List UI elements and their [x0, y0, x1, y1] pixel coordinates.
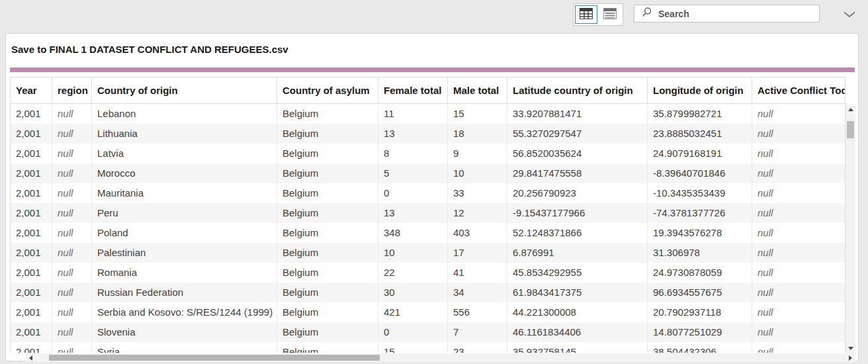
scroll-right-icon[interactable]: [846, 353, 855, 362]
table-cell: Lithuania: [92, 124, 277, 144]
table-cell: null: [52, 342, 92, 353]
table-body: 2,001nullLebanonBelgium111533.9207881471…: [11, 104, 845, 353]
table-cell: null: [52, 124, 92, 144]
horizontal-scrollbar[interactable]: [26, 353, 855, 362]
column-header[interactable]: region: [52, 77, 92, 103]
table-cell: 35.932758145: [507, 342, 648, 353]
table-cell: null: [752, 322, 845, 342]
column-header[interactable]: Country of origin: [92, 77, 277, 103]
table-cell: -8.39640701846: [648, 163, 752, 183]
table-cell: null: [52, 243, 92, 263]
scroll-left-icon[interactable]: [26, 353, 36, 362]
table-cell: 29.8417475558: [507, 163, 648, 183]
table-cell: -9.15437177966: [507, 203, 648, 223]
column-header[interactable]: Latitude country of origin: [507, 77, 648, 103]
table-cell: null: [52, 263, 92, 283]
table-cell: Poland: [92, 223, 277, 243]
table-cell: null: [52, 183, 92, 203]
table-cell: Belgium: [277, 183, 378, 203]
table-row[interactable]: 2,001nullLithuaniaBelgium131855.32702975…: [11, 124, 845, 144]
table-cell: Belgium: [277, 203, 378, 223]
table-cell: 8: [378, 144, 448, 163]
table-row[interactable]: 2,001nullSerbia and Kosovo: S/RES/1244 (…: [11, 302, 845, 322]
table-cell: Belgium: [277, 322, 378, 342]
table-row[interactable]: 2,001nullRussian FederationBelgium303461…: [11, 283, 845, 302]
table-cell: Belgium: [277, 163, 378, 183]
table-cell: Belgium: [277, 124, 378, 144]
list-view-button[interactable]: [599, 5, 621, 24]
dataset-preview-card: Save to FINAL 1 DATASET CONFLICT AND REF…: [5, 33, 859, 361]
table-row[interactable]: 2,001nullMoroccoBelgium51029.8417475558-…: [11, 163, 845, 183]
table-cell: -10.3435353439: [648, 183, 752, 203]
table-row[interactable]: 2,001nullPalestinianBelgium10176.8769913…: [11, 243, 845, 263]
table-row[interactable]: 2,001nullSloveniaBelgium0746.11618344061…: [11, 322, 845, 342]
grid-view-button[interactable]: [575, 5, 597, 24]
table-cell: null: [52, 302, 92, 322]
table-row[interactable]: 2,001nullLebanonBelgium111533.9207881471…: [11, 104, 845, 124]
table-row[interactable]: 2,001nullPolandBelgium34840352.124837186…: [11, 223, 845, 243]
table-cell: 2,001: [11, 263, 52, 283]
table-cell: 2,001: [11, 283, 52, 302]
table-cell: 56.8520035624: [507, 144, 648, 163]
view-toggle-group: [573, 3, 623, 26]
table-cell: 31.306978: [648, 243, 752, 263]
data-table: YearregionCountry of originCountry of as…: [10, 77, 846, 353]
table-cell: null: [752, 223, 845, 243]
table-cell: 0: [378, 322, 448, 342]
table-cell: 30: [378, 283, 448, 302]
search-icon: [641, 7, 652, 21]
table-cell: null: [52, 163, 92, 183]
column-header[interactable]: Active Conflict Today: [752, 77, 845, 103]
table-cell: 403: [448, 223, 507, 243]
table-cell: null: [752, 144, 845, 163]
table-cell: Belgium: [277, 263, 378, 283]
scroll-up-icon[interactable]: [846, 105, 855, 114]
table-cell: 2,001: [11, 243, 52, 263]
table-row[interactable]: 2,001nullMauritaniaBelgium03320.25679092…: [11, 183, 845, 203]
top-toolbar: [0, 0, 868, 33]
table-cell: 2,001: [11, 342, 52, 353]
table-cell: null: [52, 322, 92, 342]
table-cell: 35.8799982721: [648, 104, 752, 124]
table-cell: Serbia and Kosovo: S/RES/1244 (1999): [92, 302, 277, 322]
horizontal-scroll-thumb[interactable]: [49, 355, 380, 361]
table-cell: Peru: [92, 203, 277, 223]
table-cell: 2,001: [11, 124, 52, 144]
table-cell: 5: [378, 163, 448, 183]
list-view-icon: [603, 8, 617, 22]
table-cell: 11: [378, 104, 448, 124]
table-cell: null: [752, 203, 845, 223]
table-row[interactable]: 2,001nullSyriaBelgium152335.93275814538.…: [11, 342, 845, 353]
chevron-down-icon[interactable]: [840, 7, 859, 23]
column-header[interactable]: Country of asylum: [277, 77, 378, 103]
column-header[interactable]: Male total: [448, 77, 507, 103]
table-cell: 23: [448, 342, 507, 353]
table-cell: Palestinian: [92, 243, 277, 263]
table-cell: Belgium: [277, 342, 378, 353]
dataset-title: Save to FINAL 1 DATASET CONFLICT AND REF…: [11, 44, 288, 55]
table-cell: Belgium: [277, 243, 378, 263]
table-cell: null: [752, 283, 845, 302]
vertical-scroll-thumb[interactable]: [847, 121, 854, 138]
scroll-down-icon[interactable]: [846, 343, 855, 353]
table-cell: 52.1248371866: [507, 223, 648, 243]
column-header[interactable]: Longitude of origin: [648, 77, 752, 103]
table-cell: Belgium: [277, 144, 378, 163]
table-cell: 46.1161834406: [507, 322, 648, 342]
table-cell: 19.3943576278: [648, 223, 752, 243]
table-cell: 15: [378, 342, 448, 353]
accent-bar: [10, 68, 855, 72]
table-cell: 34: [448, 283, 507, 302]
table-cell: 2,001: [11, 104, 52, 124]
table-row[interactable]: 2,001nullLatviaBelgium8956.852003562424.…: [11, 144, 845, 163]
column-header[interactable]: Year: [11, 77, 52, 103]
column-header[interactable]: Female total: [378, 77, 448, 103]
table-row[interactable]: 2,001nullRomaniaBelgium224145.8534292955…: [11, 263, 845, 283]
table-cell: -74.3781377726: [648, 203, 752, 223]
table-row[interactable]: 2,001nullPeruBelgium1312-9.15437177966-7…: [11, 203, 845, 223]
table-cell: 22: [378, 263, 448, 283]
table-cell: Latvia: [92, 144, 277, 163]
search-input[interactable]: [658, 5, 819, 22]
table-cell: null: [752, 263, 845, 283]
vertical-scrollbar[interactable]: [846, 105, 855, 353]
